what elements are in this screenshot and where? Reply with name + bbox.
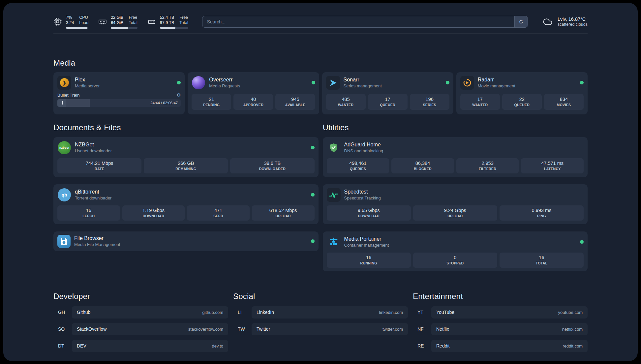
service-description: Media File Management [74, 242, 120, 247]
service-name: Speedtest [344, 189, 381, 195]
stat-ping: 0.993 msPING [500, 205, 584, 221]
service-name: Media Portainer [344, 236, 389, 242]
service-card-sonarr[interactable]: Sonarr Series management 485WANTED 17QUE… [322, 72, 453, 114]
bookmark-abbr: RE [413, 343, 431, 349]
stat-queued: 17QUEUED [368, 94, 408, 110]
stat-queries: 498,461QUERIES [327, 158, 389, 173]
bookmark-pill[interactable]: DEV dev.to [72, 340, 228, 352]
stat-wanted: 485WANTED [326, 94, 366, 110]
stat-filtered: 2,953FILTERED [456, 158, 519, 173]
portainer-icon [327, 235, 341, 249]
weather-widget[interactable]: Lviv, 16.87°C scattered clouds [542, 16, 588, 27]
service-card-adguard[interactable]: AdGuard Home DNS and adblocking 498,461Q… [323, 137, 588, 177]
bookmark-dev[interactable]: DT DEV dev.to [53, 340, 228, 352]
filebrowser-icon [57, 235, 71, 248]
bookmark-abbr: TW [233, 326, 252, 332]
status-dot [312, 81, 315, 84]
bookmark-pill[interactable]: Reddit reddit.com [431, 340, 588, 352]
bookmark-pill[interactable]: Twitter twitter.com [252, 323, 408, 335]
memory-label-bottom: Total [129, 20, 137, 25]
service-card-qbittorrent[interactable]: qb qBittorrent Torrent downloader 16LEEC… [53, 184, 319, 224]
group-title-entertainment: Entertainment [413, 292, 588, 301]
memory-free: 22 GiB [111, 15, 123, 20]
nzbget-icon: nzbget [57, 141, 71, 155]
gear-icon[interactable]: ⚙ [177, 93, 181, 97]
memory-widget: 22 GiB Free 64 GiB Total [98, 15, 137, 29]
bookmark-youtube[interactable]: YT YouTube youtube.com [413, 306, 588, 318]
service-description: Media server [75, 83, 100, 88]
bookmark-abbr: GH [53, 310, 72, 315]
bookmark-pill[interactable]: StackOverflow stackoverflow.com [72, 323, 228, 335]
stat-pending: 21PENDING [192, 94, 231, 110]
service-name: Radarr [478, 77, 515, 83]
bookmark-abbr: SO [53, 326, 72, 332]
group-title-documents: Documents & Files [53, 123, 319, 132]
service-card-nzbget[interactable]: nzbget NZBGet Usenet downloader 744.21 M… [53, 137, 319, 177]
pause-icon [61, 101, 63, 105]
stat-movies: 834MOVIES [544, 94, 584, 110]
disk-label-bottom: Total [179, 20, 188, 25]
developer-group: Developer GH Github github.com SO StackO… [53, 292, 228, 352]
stat-wanted: 17WANTED [460, 94, 500, 110]
stat-leech: 16LEECH [57, 205, 120, 221]
disk-label-top: Free [179, 15, 188, 20]
bookmark-linkedin[interactable]: LI LinkedIn linkedin.com [233, 306, 408, 318]
memory-icon [98, 17, 107, 26]
bookmark-pill[interactable]: Netflix netflix.com [431, 323, 588, 335]
bookmark-pill[interactable]: YouTube youtube.com [431, 306, 588, 318]
radarr-icon [460, 76, 474, 90]
overseerr-icon [192, 76, 205, 90]
progress-fill [66, 99, 90, 107]
service-name: Sonarr [344, 77, 382, 83]
bookmark-pill[interactable]: Github github.com [72, 306, 228, 318]
status-dot [311, 239, 315, 243]
stat-available: 945AVAILABLE [275, 94, 315, 110]
stat-download: 1.19 GbpsDOWNLOAD [122, 205, 185, 221]
bookmark-reddit[interactable]: RE Reddit reddit.com [413, 340, 588, 352]
stat-upload: 618.52 MbpsUPLOAD [252, 205, 315, 221]
bookmark-twitter[interactable]: TW Twitter twitter.com [233, 323, 408, 335]
bookmark-netflix[interactable]: NF Netflix netflix.com [413, 323, 588, 335]
stat-stopped: 0STOPPED [413, 253, 497, 268]
bookmark-pill[interactable]: LinkedIn linkedin.com [252, 306, 408, 318]
status-dot [580, 240, 584, 244]
service-card-radarr[interactable]: Radarr Movie management 17WANTED 22QUEUE… [456, 72, 588, 114]
stat-latency: 47.571 msLATENCY [521, 158, 584, 173]
service-card-portainer[interactable]: Media Portainer Container management 16R… [323, 231, 588, 271]
utilities-group: Utilities [323, 123, 588, 271]
bookmark-abbr: NF [413, 326, 431, 332]
search-bar[interactable]: G [202, 16, 528, 28]
service-description: Speedtest Tracking [344, 196, 381, 200]
service-card-speedtest[interactable]: Speedtest Speedtest Tracking 9.65 GbpsDO… [323, 184, 588, 224]
pause-button[interactable] [57, 99, 66, 107]
stat-running: 16RUNNING [327, 253, 411, 268]
service-name: Overseerr [209, 77, 240, 83]
group-title-media: Media [53, 58, 588, 68]
stat-series: 196SERIES [410, 94, 449, 110]
service-description: DNS and adblocking [344, 148, 383, 153]
disk-icon [147, 17, 156, 26]
playback-time: 24:44 / 02:06:47 [150, 99, 178, 107]
service-card-overseerr[interactable]: Overseerr Media Requests 21PENDING 40APP… [188, 72, 319, 114]
bookmark-github[interactable]: GH Github github.com [53, 306, 228, 318]
disk-widget: 52.4 TB Free 97.9 TB Total [147, 15, 188, 29]
dashboard-content: 7% CPU 3.24 Load [53, 3, 588, 352]
stat-rate: 744.21 MbpsRATE [57, 158, 141, 173]
search-input[interactable] [202, 16, 514, 27]
documents-group: Documents & Files nzbget NZBGet Usenet d… [53, 123, 319, 271]
search-provider-button[interactable]: G [514, 16, 528, 27]
playback-progress[interactable]: 24:44 / 02:06:47 [57, 99, 181, 107]
group-title-utilities: Utilities [323, 123, 588, 132]
stat-queued: 22QUEUED [502, 94, 542, 110]
weather-location: Lviv, 16.87°C [558, 16, 588, 22]
cpu-widget: 7% CPU 3.24 Load [53, 15, 88, 29]
now-playing-title: Bullet Train [57, 93, 80, 98]
service-name: AdGuard Home [344, 142, 383, 148]
disk-free: 52.4 TB [160, 15, 174, 20]
service-card-plex[interactable]: ❯ Plex Media server Bullet Train ⚙ 24:44… [53, 72, 185, 114]
cpu-load: 3.24 [66, 20, 74, 25]
memory-label-top: Free [129, 15, 137, 20]
sonarr-icon [326, 76, 340, 90]
service-card-filebrowser[interactable]: File Browser Media File Management [53, 231, 319, 251]
bookmark-stackoverflow[interactable]: SO StackOverflow stackoverflow.com [53, 323, 228, 335]
